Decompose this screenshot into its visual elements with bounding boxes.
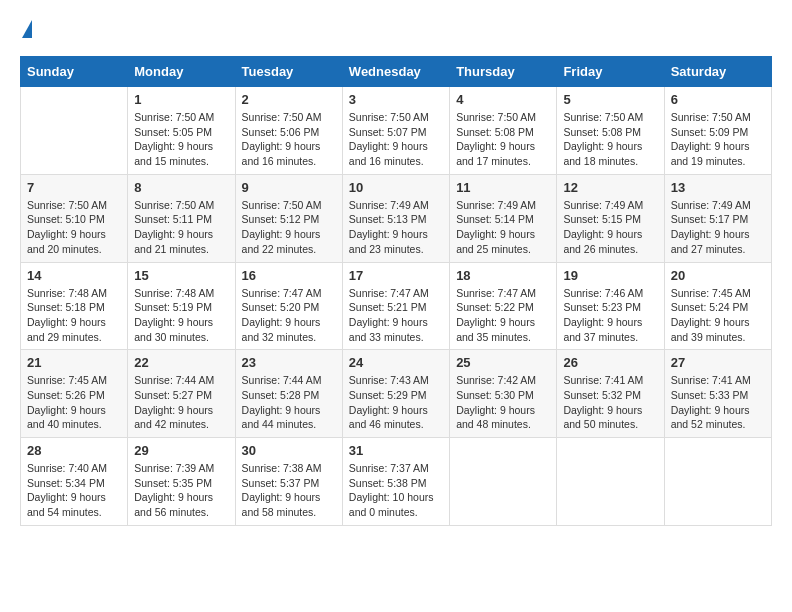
calendar-cell: 10Sunrise: 7:49 AMSunset: 5:13 PMDayligh… — [342, 174, 449, 262]
day-info: Sunrise: 7:50 AMSunset: 5:10 PMDaylight:… — [27, 198, 121, 257]
day-number: 19 — [563, 268, 657, 283]
day-info: Sunrise: 7:50 AMSunset: 5:09 PMDaylight:… — [671, 110, 765, 169]
day-number: 25 — [456, 355, 550, 370]
day-number: 28 — [27, 443, 121, 458]
header-saturday: Saturday — [664, 57, 771, 87]
day-number: 26 — [563, 355, 657, 370]
day-number: 16 — [242, 268, 336, 283]
day-number: 5 — [563, 92, 657, 107]
day-number: 20 — [671, 268, 765, 283]
day-number: 15 — [134, 268, 228, 283]
day-number: 14 — [27, 268, 121, 283]
calendar: SundayMondayTuesdayWednesdayThursdayFrid… — [20, 56, 772, 526]
calendar-cell: 25Sunrise: 7:42 AMSunset: 5:30 PMDayligh… — [450, 350, 557, 438]
day-number: 1 — [134, 92, 228, 107]
day-info: Sunrise: 7:41 AMSunset: 5:33 PMDaylight:… — [671, 373, 765, 432]
header-tuesday: Tuesday — [235, 57, 342, 87]
day-info: Sunrise: 7:50 AMSunset: 5:08 PMDaylight:… — [456, 110, 550, 169]
day-info: Sunrise: 7:46 AMSunset: 5:23 PMDaylight:… — [563, 286, 657, 345]
calendar-cell: 14Sunrise: 7:48 AMSunset: 5:18 PMDayligh… — [21, 262, 128, 350]
day-info: Sunrise: 7:42 AMSunset: 5:30 PMDaylight:… — [456, 373, 550, 432]
day-number: 23 — [242, 355, 336, 370]
day-number: 6 — [671, 92, 765, 107]
day-info: Sunrise: 7:44 AMSunset: 5:27 PMDaylight:… — [134, 373, 228, 432]
header — [20, 20, 772, 40]
day-info: Sunrise: 7:47 AMSunset: 5:21 PMDaylight:… — [349, 286, 443, 345]
calendar-cell — [450, 438, 557, 526]
day-info: Sunrise: 7:50 AMSunset: 5:06 PMDaylight:… — [242, 110, 336, 169]
calendar-cell: 24Sunrise: 7:43 AMSunset: 5:29 PMDayligh… — [342, 350, 449, 438]
calendar-cell — [664, 438, 771, 526]
day-number: 8 — [134, 180, 228, 195]
day-info: Sunrise: 7:40 AMSunset: 5:34 PMDaylight:… — [27, 461, 121, 520]
calendar-cell: 7Sunrise: 7:50 AMSunset: 5:10 PMDaylight… — [21, 174, 128, 262]
day-info: Sunrise: 7:47 AMSunset: 5:22 PMDaylight:… — [456, 286, 550, 345]
header-wednesday: Wednesday — [342, 57, 449, 87]
calendar-cell — [21, 87, 128, 175]
day-number: 17 — [349, 268, 443, 283]
day-info: Sunrise: 7:50 AMSunset: 5:08 PMDaylight:… — [563, 110, 657, 169]
calendar-cell — [557, 438, 664, 526]
day-number: 29 — [134, 443, 228, 458]
day-info: Sunrise: 7:43 AMSunset: 5:29 PMDaylight:… — [349, 373, 443, 432]
day-number: 7 — [27, 180, 121, 195]
day-info: Sunrise: 7:38 AMSunset: 5:37 PMDaylight:… — [242, 461, 336, 520]
calendar-week-row: 21Sunrise: 7:45 AMSunset: 5:26 PMDayligh… — [21, 350, 772, 438]
logo-triangle-icon — [22, 20, 32, 38]
day-number: 30 — [242, 443, 336, 458]
calendar-cell: 3Sunrise: 7:50 AMSunset: 5:07 PMDaylight… — [342, 87, 449, 175]
calendar-cell: 15Sunrise: 7:48 AMSunset: 5:19 PMDayligh… — [128, 262, 235, 350]
calendar-cell: 27Sunrise: 7:41 AMSunset: 5:33 PMDayligh… — [664, 350, 771, 438]
logo — [20, 20, 32, 40]
calendar-week-row: 7Sunrise: 7:50 AMSunset: 5:10 PMDaylight… — [21, 174, 772, 262]
calendar-cell: 19Sunrise: 7:46 AMSunset: 5:23 PMDayligh… — [557, 262, 664, 350]
calendar-week-row: 1Sunrise: 7:50 AMSunset: 5:05 PMDaylight… — [21, 87, 772, 175]
day-info: Sunrise: 7:44 AMSunset: 5:28 PMDaylight:… — [242, 373, 336, 432]
calendar-cell: 12Sunrise: 7:49 AMSunset: 5:15 PMDayligh… — [557, 174, 664, 262]
calendar-cell: 6Sunrise: 7:50 AMSunset: 5:09 PMDaylight… — [664, 87, 771, 175]
calendar-cell: 5Sunrise: 7:50 AMSunset: 5:08 PMDaylight… — [557, 87, 664, 175]
day-number: 2 — [242, 92, 336, 107]
day-info: Sunrise: 7:50 AMSunset: 5:12 PMDaylight:… — [242, 198, 336, 257]
calendar-cell: 9Sunrise: 7:50 AMSunset: 5:12 PMDaylight… — [235, 174, 342, 262]
calendar-cell: 8Sunrise: 7:50 AMSunset: 5:11 PMDaylight… — [128, 174, 235, 262]
header-thursday: Thursday — [450, 57, 557, 87]
calendar-header-row: SundayMondayTuesdayWednesdayThursdayFrid… — [21, 57, 772, 87]
calendar-cell: 23Sunrise: 7:44 AMSunset: 5:28 PMDayligh… — [235, 350, 342, 438]
day-number: 24 — [349, 355, 443, 370]
calendar-cell: 2Sunrise: 7:50 AMSunset: 5:06 PMDaylight… — [235, 87, 342, 175]
day-info: Sunrise: 7:50 AMSunset: 5:07 PMDaylight:… — [349, 110, 443, 169]
day-info: Sunrise: 7:49 AMSunset: 5:13 PMDaylight:… — [349, 198, 443, 257]
calendar-cell: 16Sunrise: 7:47 AMSunset: 5:20 PMDayligh… — [235, 262, 342, 350]
calendar-cell: 21Sunrise: 7:45 AMSunset: 5:26 PMDayligh… — [21, 350, 128, 438]
calendar-cell: 11Sunrise: 7:49 AMSunset: 5:14 PMDayligh… — [450, 174, 557, 262]
calendar-cell: 30Sunrise: 7:38 AMSunset: 5:37 PMDayligh… — [235, 438, 342, 526]
day-info: Sunrise: 7:41 AMSunset: 5:32 PMDaylight:… — [563, 373, 657, 432]
day-info: Sunrise: 7:49 AMSunset: 5:15 PMDaylight:… — [563, 198, 657, 257]
calendar-cell: 29Sunrise: 7:39 AMSunset: 5:35 PMDayligh… — [128, 438, 235, 526]
header-friday: Friday — [557, 57, 664, 87]
day-info: Sunrise: 7:47 AMSunset: 5:20 PMDaylight:… — [242, 286, 336, 345]
day-number: 18 — [456, 268, 550, 283]
day-number: 21 — [27, 355, 121, 370]
calendar-cell: 26Sunrise: 7:41 AMSunset: 5:32 PMDayligh… — [557, 350, 664, 438]
calendar-cell: 13Sunrise: 7:49 AMSunset: 5:17 PMDayligh… — [664, 174, 771, 262]
calendar-cell: 1Sunrise: 7:50 AMSunset: 5:05 PMDaylight… — [128, 87, 235, 175]
calendar-cell: 20Sunrise: 7:45 AMSunset: 5:24 PMDayligh… — [664, 262, 771, 350]
day-info: Sunrise: 7:48 AMSunset: 5:19 PMDaylight:… — [134, 286, 228, 345]
day-number: 31 — [349, 443, 443, 458]
calendar-week-row: 14Sunrise: 7:48 AMSunset: 5:18 PMDayligh… — [21, 262, 772, 350]
calendar-cell: 18Sunrise: 7:47 AMSunset: 5:22 PMDayligh… — [450, 262, 557, 350]
day-info: Sunrise: 7:39 AMSunset: 5:35 PMDaylight:… — [134, 461, 228, 520]
day-number: 22 — [134, 355, 228, 370]
calendar-week-row: 28Sunrise: 7:40 AMSunset: 5:34 PMDayligh… — [21, 438, 772, 526]
day-number: 27 — [671, 355, 765, 370]
day-info: Sunrise: 7:50 AMSunset: 5:11 PMDaylight:… — [134, 198, 228, 257]
day-info: Sunrise: 7:49 AMSunset: 5:14 PMDaylight:… — [456, 198, 550, 257]
day-info: Sunrise: 7:50 AMSunset: 5:05 PMDaylight:… — [134, 110, 228, 169]
day-info: Sunrise: 7:45 AMSunset: 5:26 PMDaylight:… — [27, 373, 121, 432]
day-number: 11 — [456, 180, 550, 195]
day-info: Sunrise: 7:45 AMSunset: 5:24 PMDaylight:… — [671, 286, 765, 345]
header-monday: Monday — [128, 57, 235, 87]
calendar-cell: 4Sunrise: 7:50 AMSunset: 5:08 PMDaylight… — [450, 87, 557, 175]
